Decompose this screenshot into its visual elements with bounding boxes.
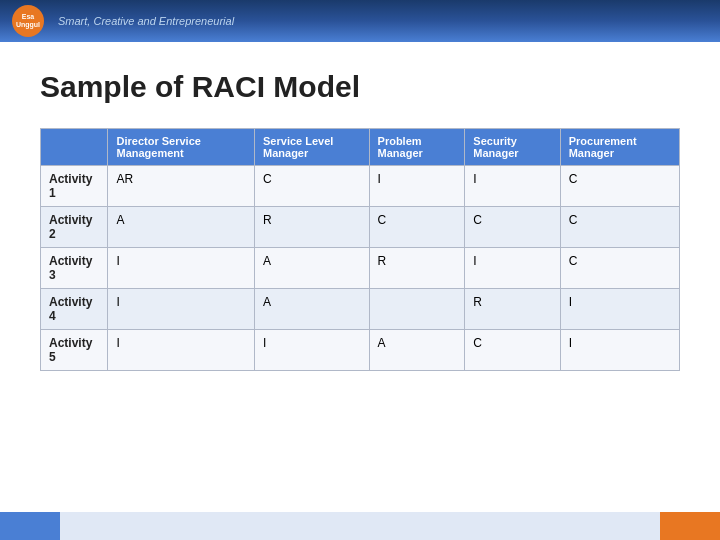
cell-service-level: A — [255, 289, 370, 330]
cell-security: R — [465, 289, 560, 330]
cell-problem: A — [369, 330, 465, 371]
cell-problem: C — [369, 207, 465, 248]
table-row: Activity 4 I A R I — [41, 289, 680, 330]
cell-service-level: I — [255, 330, 370, 371]
cell-service-level: A — [255, 248, 370, 289]
cell-procurement: I — [560, 289, 679, 330]
tagline: Smart, Creative and Entrepreneurial — [58, 15, 234, 27]
col-header-security: Security Manager — [465, 129, 560, 166]
cell-security: I — [465, 166, 560, 207]
cell-procurement: C — [560, 207, 679, 248]
cell-procurement: C — [560, 248, 679, 289]
table-row: Activity 2 A R C C C — [41, 207, 680, 248]
col-header-activity — [41, 129, 108, 166]
cell-service-level: C — [255, 166, 370, 207]
cell-problem: I — [369, 166, 465, 207]
cell-director: AR — [108, 166, 255, 207]
raci-table: Director Service Management Service Leve… — [40, 128, 680, 371]
footer — [0, 512, 720, 540]
footer-mid — [60, 512, 660, 540]
cell-security: C — [465, 330, 560, 371]
cell-activity: Activity 3 — [41, 248, 108, 289]
footer-left-accent — [0, 512, 60, 540]
main-content: Sample of RACI Model Director Service Ma… — [0, 42, 720, 391]
cell-service-level: R — [255, 207, 370, 248]
cell-procurement: I — [560, 330, 679, 371]
cell-activity: Activity 4 — [41, 289, 108, 330]
cell-director: I — [108, 330, 255, 371]
cell-procurement: C — [560, 166, 679, 207]
header-bar: Esa Unggul Smart, Creative and Entrepren… — [0, 0, 720, 42]
col-header-problem: Problem Manager — [369, 129, 465, 166]
table-row: Activity 3 I A R I C — [41, 248, 680, 289]
cell-problem — [369, 289, 465, 330]
cell-director: I — [108, 248, 255, 289]
cell-security: C — [465, 207, 560, 248]
logo-icon: Esa Unggul — [12, 5, 44, 37]
table-row: Activity 1 AR C I I C — [41, 166, 680, 207]
cell-activity: Activity 2 — [41, 207, 108, 248]
cell-director: I — [108, 289, 255, 330]
cell-director: A — [108, 207, 255, 248]
table-header-row: Director Service Management Service Leve… — [41, 129, 680, 166]
table-row: Activity 5 I I A C I — [41, 330, 680, 371]
cell-security: I — [465, 248, 560, 289]
col-header-service-level: Service Level Manager — [255, 129, 370, 166]
cell-activity: Activity 1 — [41, 166, 108, 207]
footer-right-accent — [660, 512, 720, 540]
col-header-procurement: Procurement Manager — [560, 129, 679, 166]
cell-problem: R — [369, 248, 465, 289]
cell-activity: Activity 5 — [41, 330, 108, 371]
page-title: Sample of RACI Model — [40, 70, 680, 104]
col-header-director: Director Service Management — [108, 129, 255, 166]
